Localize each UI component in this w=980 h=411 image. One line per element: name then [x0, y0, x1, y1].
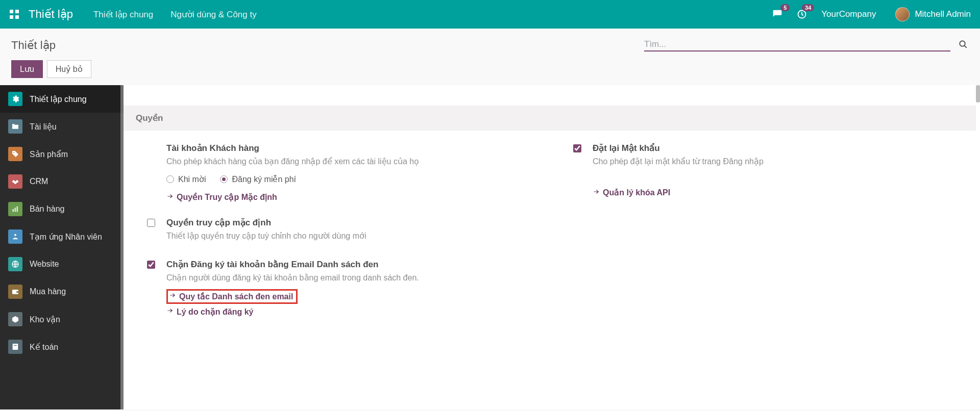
- company-switcher[interactable]: YourCompany: [821, 9, 876, 19]
- chart-icon: [8, 202, 22, 216]
- discuss-badge: 5: [780, 4, 790, 11]
- sidebar-item-label: Kế toán: [30, 342, 58, 352]
- radio-unchecked-icon: [166, 175, 174, 183]
- app-name[interactable]: Thiết lập: [29, 8, 73, 21]
- search-input[interactable]: [644, 39, 950, 49]
- sidebar-item-employee-advance[interactable]: Tạm ứng Nhân viên: [0, 223, 124, 250]
- user-name: Mitchell Admin: [915, 9, 971, 19]
- settings-sidebar: Thiết lập chung Tài liệu Sản phẩm CRM Bá…: [0, 85, 124, 409]
- gear-icon: [8, 92, 22, 106]
- search-box: [644, 39, 950, 52]
- page-title: Thiết lập: [11, 39, 56, 52]
- sidebar-item-label: CRM: [30, 177, 48, 186]
- setting-desc: Thiết lập quyền truy cập tuỳ chỉnh cho n…: [166, 230, 517, 242]
- link-email-blacklist-rules[interactable]: Quy tắc Danh sách đen email: [166, 289, 298, 304]
- svg-rect-13: [16, 291, 18, 293]
- book-icon: [8, 340, 22, 354]
- hand-money-icon: [8, 229, 22, 244]
- sidebar-item-label: Thiết lập chung: [30, 94, 87, 104]
- radio-label: Khi mời: [178, 174, 206, 184]
- checkbox-default-access[interactable]: [147, 219, 155, 227]
- setting-customer-account: Tài khoản Khách hàng Cho phép khách hàng…: [136, 143, 537, 205]
- svg-point-5: [960, 41, 965, 46]
- apps-icon[interactable]: [9, 9, 19, 19]
- svg-rect-0: [10, 10, 13, 13]
- setting-title: Tài khoản Khách hàng: [166, 143, 517, 153]
- sidebar-item-purchase[interactable]: Mua hàng: [0, 278, 124, 305]
- menu-users-companies[interactable]: Người dùng & Công ty: [170, 9, 256, 20]
- tag-icon: [8, 147, 22, 161]
- sidebar-item-website[interactable]: Website: [0, 250, 124, 278]
- sidebar-item-inventory[interactable]: Kho vận: [0, 305, 124, 333]
- svg-rect-7: [13, 209, 14, 212]
- sidebar-item-label: Website: [30, 260, 59, 269]
- arrow-right-icon: [166, 193, 174, 202]
- checkbox-blacklist[interactable]: [147, 261, 155, 269]
- svg-rect-9: [17, 207, 18, 212]
- radio-on-invitation[interactable]: Khi mời: [166, 174, 206, 184]
- wallet-icon: [8, 285, 22, 299]
- sidebar-item-sales[interactable]: Bán hàng: [0, 195, 124, 223]
- setting-blacklist: Chặn Đăng ký tài khoản bằng Email Danh s…: [136, 259, 537, 319]
- handshake-icon: [8, 174, 22, 189]
- link-label: Quy tắc Danh sách đen email: [179, 292, 293, 301]
- menu-general-settings[interactable]: Thiết lập chung: [93, 9, 153, 20]
- link-default-access-rights[interactable]: Quyền Truy cập Mặc định: [166, 192, 277, 202]
- svg-rect-14: [13, 344, 18, 350]
- activity-icon[interactable]: 34: [797, 9, 807, 19]
- folder-icon: [8, 119, 22, 134]
- section-rights: Quyền: [124, 106, 976, 131]
- sidebar-item-general[interactable]: Thiết lập chung: [0, 85, 124, 113]
- setting-checkbox-placeholder: [562, 185, 593, 200]
- svg-rect-8: [15, 208, 16, 212]
- radio-free-signup[interactable]: Đăng ký miễn phí: [220, 174, 296, 184]
- radio-label: Đăng ký miễn phí: [232, 174, 296, 184]
- customer-account-radio-group: Khi mời Đăng ký miễn phí: [166, 174, 517, 184]
- checkbox-reset-password[interactable]: [573, 144, 581, 152]
- setting-title: Đặt lại Mật khẩu: [593, 143, 943, 153]
- setting-desc: Cho phép khách hàng của bạn đăng nhập để…: [166, 156, 517, 167]
- discard-button[interactable]: Huỷ bỏ: [47, 60, 91, 78]
- main: Thiết lập chung Tài liệu Sản phẩm CRM Bá…: [0, 85, 980, 409]
- sidebar-item-documents[interactable]: Tài liệu: [0, 113, 124, 140]
- svg-rect-3: [15, 15, 19, 19]
- activity-badge: 34: [802, 4, 814, 11]
- settings-grid: Tài khoản Khách hàng Cho phép khách hàng…: [124, 131, 976, 332]
- link-label: Lý do chặn đăng ký: [177, 307, 253, 317]
- sidebar-item-products[interactable]: Sản phẩm: [0, 140, 124, 168]
- radio-checked-icon: [220, 175, 228, 183]
- setting-default-access: Quyền truy cập mặc định Thiết lập quyền …: [136, 217, 537, 247]
- setting-checkbox-placeholder: [136, 143, 166, 205]
- setting-title: Chặn Đăng ký tài khoản bằng Email Danh s…: [166, 259, 517, 270]
- sidebar-item-label: Kho vận: [30, 315, 60, 324]
- link-manage-api-keys[interactable]: Quản lý khóa API: [593, 188, 670, 197]
- search-icon[interactable]: [957, 38, 970, 53]
- navbar: Thiết lập Thiết lập chung Người dùng & C…: [0, 0, 980, 29]
- arrow-right-icon: [593, 188, 600, 197]
- discuss-icon[interactable]: 5: [772, 9, 782, 19]
- save-button[interactable]: Lưu: [11, 60, 43, 78]
- svg-rect-2: [10, 15, 13, 19]
- content-scrollbar[interactable]: [976, 85, 980, 409]
- link-signup-block-reason[interactable]: Lý do chặn đăng ký: [166, 307, 253, 317]
- sidebar-item-accounting[interactable]: Kế toán: [0, 333, 124, 361]
- sidebar-item-crm[interactable]: CRM: [0, 168, 124, 195]
- settings-content: Quyền Tài khoản Khách hàng Cho phép khác…: [124, 85, 980, 409]
- sidebar-item-label: Sản phẩm: [30, 149, 68, 159]
- setting-reset-password: Đặt lại Mật khẩu Cho phép đặt lại mật kh…: [562, 143, 964, 172]
- settings-col-right: Đặt lại Mật khẩu Cho phép đặt lại mật kh…: [550, 143, 976, 332]
- link-label: Quản lý khóa API: [603, 188, 670, 197]
- arrow-right-icon: [166, 307, 174, 316]
- setting-desc: Chặn người dùng đăng ký tài khoản bằng e…: [166, 272, 517, 284]
- setting-api-keys: Quản lý khóa API: [562, 185, 964, 200]
- svg-rect-1: [15, 10, 19, 13]
- sidebar-item-label: Mua hàng: [30, 287, 66, 296]
- arrow-right-icon: [169, 292, 176, 301]
- user-menu[interactable]: Mitchell Admin: [895, 7, 971, 21]
- globe-icon: [8, 257, 22, 271]
- sidebar-item-label: Tài liệu: [30, 122, 57, 132]
- svg-rect-15: [14, 345, 16, 346]
- setting-title: Quyền truy cập mặc định: [166, 217, 517, 228]
- box-icon: [8, 312, 22, 326]
- action-buttons: Lưu Huỷ bỏ: [0, 53, 980, 85]
